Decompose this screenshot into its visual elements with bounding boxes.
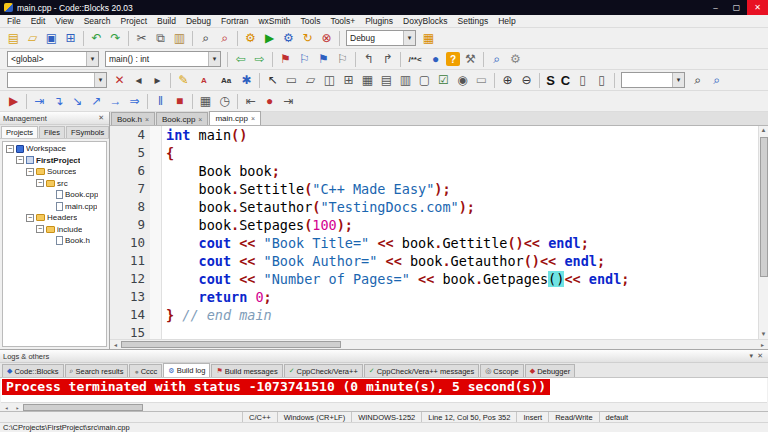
menu-help[interactable]: Help (493, 16, 520, 26)
next-bookmark-icon[interactable]: ⚑ (315, 51, 332, 68)
tree-item-book-cpp[interactable]: Book.cpp (3, 189, 106, 201)
expander-icon[interactable]: − (36, 225, 44, 233)
environment-options-icon[interactable]: ⚙ (507, 51, 524, 68)
tab-cppcheck-vera[interactable]: ✓CppCheck/Vera++ (284, 364, 363, 377)
tree-item-workspace[interactable]: −Workspace (3, 143, 106, 155)
close-button[interactable]: ✕ (747, 0, 768, 15)
goto-first-icon[interactable]: ⇤ (242, 93, 259, 110)
chevron-down-icon[interactable]: ▾ (672, 73, 684, 87)
box-tool-2-icon[interactable]: ▯ (593, 72, 610, 89)
build-target-combo[interactable]: Debug ▾ (346, 30, 416, 46)
run-to-cursor-icon[interactable]: ⇥ (31, 93, 48, 110)
replace-icon[interactable]: ⌕ (216, 30, 233, 47)
scroll-left-icon[interactable]: ◂ (1, 404, 12, 411)
build-and-run-icon[interactable]: ⚙ (280, 30, 297, 47)
incsearch-next-icon[interactable]: ▸ (149, 72, 166, 89)
tree-item-sources[interactable]: −Sources (3, 166, 106, 178)
tab-build-messages[interactable]: ⚑Build messages (211, 364, 282, 377)
panel-widget-icon[interactable]: ▱ (302, 72, 319, 89)
button-widget-icon[interactable]: ▢ (416, 72, 433, 89)
box-tool-icon[interactable]: ▯ (574, 72, 591, 89)
pointer-tool-icon[interactable]: ↖ (264, 72, 281, 89)
various-info-icon[interactable]: ◷ (216, 93, 233, 110)
debugging-windows-icon[interactable]: ▦ (197, 93, 214, 110)
minimize-button[interactable]: – (705, 0, 726, 15)
incsearch-combo[interactable]: ▾ (7, 72, 107, 88)
save-all-icon[interactable]: ⊞ (62, 30, 79, 47)
incsearch-clear-icon[interactable]: ✕ (111, 72, 128, 89)
step-into-instruction-icon[interactable]: ⇒ (126, 93, 143, 110)
notebook-widget-icon[interactable]: ⊞ (340, 72, 357, 89)
expander-icon[interactable]: − (6, 145, 14, 153)
chevron-down-icon[interactable]: ▾ (94, 73, 106, 87)
tab-cscope[interactable]: ◎Cscope (480, 364, 524, 377)
menu-project[interactable]: Project (116, 16, 152, 26)
next-instruction-icon[interactable]: → (107, 93, 124, 110)
grid-widget-icon[interactable]: ▤ (378, 72, 395, 89)
doxy-help-icon[interactable]: ? (446, 52, 460, 66)
menu-file[interactable]: File (2, 16, 26, 26)
toggle-bookmark-icon[interactable]: ⚑ (277, 51, 294, 68)
menu-settings[interactable]: Settings (453, 16, 494, 26)
highlight-a-icon[interactable]: A (194, 72, 214, 89)
find-icon[interactable]: ⌕ (197, 30, 214, 47)
tab-files[interactable]: Files (39, 126, 65, 138)
goto-forward-icon[interactable]: ⇨ (251, 51, 268, 68)
rebuild-icon[interactable]: ↻ (299, 30, 316, 47)
hscroll-thumb[interactable] (121, 341, 341, 348)
goto-last-icon[interactable]: ⇥ (280, 93, 297, 110)
tree-item-firstproject[interactable]: −FirstProject (3, 155, 106, 167)
step-into-icon[interactable]: ↘ (69, 93, 86, 110)
goto-declaration-icon[interactable]: ↰ (360, 51, 377, 68)
doxy-run-icon[interactable]: ● (427, 51, 444, 68)
expander-icon[interactable]: − (26, 214, 34, 222)
checkbox-widget-icon[interactable]: ☑ (435, 72, 452, 89)
tab-book-cpp[interactable]: Book.cpp× (156, 112, 208, 125)
menu-plugins[interactable]: Plugins (360, 16, 398, 26)
step-out-icon[interactable]: ↗ (88, 93, 105, 110)
tree-item-main-cpp[interactable]: main.cpp (3, 201, 106, 213)
statictext-widget-icon[interactable]: ▭ (473, 72, 490, 89)
debugger-continue-icon[interactable]: ▶ (5, 93, 22, 110)
menu-tools[interactable]: Tools (296, 16, 326, 26)
close-icon[interactable]: × (251, 115, 255, 122)
find-in-files-icon[interactable]: ⌕ (488, 51, 505, 68)
maximize-button[interactable]: ▢ (726, 0, 747, 15)
tab-main-cpp[interactable]: main.cpp× (209, 111, 261, 125)
goto-implementation-icon[interactable]: ↱ (379, 51, 396, 68)
redo-icon[interactable]: ↷ (107, 30, 124, 47)
tree-item-book-h[interactable]: Book.h (3, 235, 106, 247)
log-hscrollbar[interactable]: ◂ ▸ (1, 402, 767, 411)
chevron-down-icon[interactable]: ▾ (403, 31, 415, 45)
letter-s-tool-icon[interactable]: S (544, 72, 557, 89)
tab-cccc[interactable]: ●Cccc (129, 364, 162, 377)
run-icon[interactable]: ▶ (261, 30, 278, 47)
expander-icon[interactable]: − (36, 179, 44, 187)
menu-wxsmith[interactable]: wxSmith (253, 16, 295, 26)
editor-hscrollbar[interactable]: ◂ ▸ (110, 339, 768, 349)
tab-build-log[interactable]: ⚙Build log (163, 363, 210, 377)
menu-build[interactable]: Build (152, 16, 181, 26)
menu-doxyblocks[interactable]: DoxyBlocks (398, 16, 452, 26)
new-file-icon[interactable]: ▤ (5, 30, 22, 47)
menu-edit[interactable]: Edit (26, 16, 51, 26)
selection-star-icon[interactable]: ✱ (238, 72, 255, 89)
listbox-widget-icon[interactable]: ▥ (397, 72, 414, 89)
chevron-down-icon[interactable]: ▾ (86, 52, 98, 66)
chevron-down-icon[interactable]: ▾ (748, 352, 756, 360)
cut-icon[interactable]: ✂ (133, 30, 150, 47)
hscroll-thumb[interactable] (23, 404, 143, 411)
tab-fsymbols[interactable]: FSymbols (66, 126, 109, 138)
copy-icon[interactable]: ⧉ (152, 30, 169, 47)
current-position-icon[interactable]: ● (261, 93, 278, 110)
tab-debugger[interactable]: ◆Debugger (525, 364, 575, 377)
next-line-icon[interactable]: ↴ (50, 93, 67, 110)
search-find-icon[interactable]: ⌕ (689, 72, 706, 89)
tree-item-include[interactable]: −include (3, 224, 106, 236)
vscroll-thumb[interactable] (760, 137, 768, 277)
doxy-block-comment-icon[interactable]: /**< (405, 51, 425, 68)
select-target-icon[interactable]: ▦ (420, 30, 437, 47)
letter-c-tool-icon[interactable]: C (559, 72, 572, 89)
radio-widget-icon[interactable]: ◉ (454, 72, 471, 89)
scroll-down-icon[interactable]: ▼ (761, 330, 767, 339)
